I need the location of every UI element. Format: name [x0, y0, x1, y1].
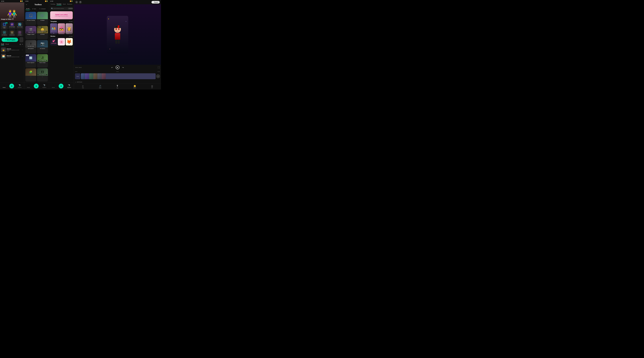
- track-frame-3: [94, 73, 98, 79]
- tool-thumb-tts: 🔤 ABC: [25, 54, 36, 61]
- tool-card-more-a[interactable]: 🧩 ···: [25, 68, 36, 82]
- draft-info-0214: 0214-01 Updated on 2025-02-14 14:57 01:2…: [7, 48, 21, 51]
- add-icon-1: ＋: [10, 84, 13, 88]
- nav-explore-3[interactable]: 🔭 Explore: [67, 84, 71, 88]
- nav-home-label-1: Home: [3, 87, 6, 88]
- nav-home-2[interactable]: ⌂ Home: [27, 84, 30, 88]
- new-project-button[interactable]: ＋ New Project: [2, 38, 18, 42]
- explore-icon-3: 🔭: [68, 84, 70, 87]
- template-label-0: ell: [50, 33, 57, 34]
- tool-card-ai-emoji[interactable]: 😄 YEAH! HAVE A WONDERFUL HOLIDAY!! 🎉 AI …: [37, 26, 48, 39]
- tool-card-ai-camera[interactable]: 📷 AI Camera: [37, 40, 48, 53]
- template-card-1[interactable]: 💑 Pink Romance: [58, 23, 65, 34]
- sticker-card-fox[interactable]: 🦊: [66, 38, 73, 45]
- undo-button[interactable]: ↩: [111, 66, 113, 69]
- track-cover[interactable]: Cover: [75, 73, 80, 79]
- draft-item-0213[interactable]: 🌅 0213-03 Updated on 2025-02-13 14:50 ··…: [0, 53, 24, 59]
- search-icon: 🔍: [51, 8, 53, 9]
- template-card-2[interactable]: 👸 Goddess Is Here: [66, 23, 73, 34]
- tool-card-t2v[interactable]: 🏖 A nice holiday vlog Text to Video: [37, 54, 48, 67]
- draft-thumb-0213: 🌅: [1, 54, 6, 58]
- fullscreen-button[interactable]: ⛶: [158, 66, 160, 68]
- tool-card-ai-voice-cloning[interactable]: 🎧 AI Voice Cloning: [25, 12, 36, 25]
- add-button-3[interactable]: ＋: [59, 84, 64, 88]
- tool-card-tts[interactable]: 🔤 ABC Text-to-Speech: [25, 54, 36, 67]
- tool-audio[interactable]: 🎵 Audio: [99, 85, 102, 88]
- tool-image-to-video[interactable]: New 🖼 Image to Video: [1, 22, 8, 29]
- text-icon: T: [117, 85, 118, 87]
- export-button[interactable]: ↑ Export: [152, 1, 160, 3]
- status-bar-3: 10:35 📶🔋: [49, 0, 74, 2]
- sticker-more-link[interactable]: More ▶: [69, 36, 72, 37]
- search-input[interactable]: [54, 8, 68, 9]
- tool-thumb-edit-speech: 🎙 Once upon a time|: [25, 40, 36, 47]
- tool-card-edit-speech[interactable]: 🎙 Once upon a time| Edit Speech: [25, 40, 36, 53]
- tab-draft[interactable]: Draft: [1, 43, 4, 45]
- draft-item-0214[interactable]: 👧 0214-01 Updated on 2025-02-14 14:57 01…: [0, 47, 24, 53]
- tool-name-tts: Text-to-Speech: [25, 61, 36, 64]
- hero-banner[interactable]: Image to Video ⓘ: [0, 2, 24, 21]
- sticker-card-heart[interactable]: 🌸: [58, 38, 65, 45]
- redo-button[interactable]: ↪: [122, 66, 124, 69]
- tool-label-ai-reel: AI Reel Maker: [9, 26, 15, 27]
- tool-trim[interactable]: ✂ Trim: [82, 85, 84, 88]
- tab-resource[interactable]: Resource: [67, 3, 72, 5]
- grid-view-icon[interactable]: ⊞: [20, 43, 21, 45]
- filter-tab-all[interactable]: ⊞ All: [25, 7, 30, 10]
- tool-card-img2vid2[interactable]: 🎞 CHOOSE PRESETS TO... ···: [37, 68, 48, 82]
- draft-more-icon-0213[interactable]: ···: [22, 55, 23, 57]
- tool-ai-beats[interactable]: 🎵 AI Beats: [16, 30, 23, 36]
- preview-video-frame: [107, 16, 128, 53]
- tab-stock[interactable]: Stock: [63, 3, 66, 5]
- tool-sticker[interactable]: 😊 Sticker: [133, 85, 136, 88]
- panel-editor: × ? ↑ Export: [74, 0, 161, 89]
- nav-explore-label-2: Explore: [42, 87, 46, 88]
- bottom-nav-2: ⌂ Home ＋ 🔭 Explore: [24, 82, 49, 89]
- tool-name-ai-emoji: AI Emoji: [37, 33, 48, 35]
- music-row[interactable]: ♪ Add Music: [74, 80, 161, 84]
- template-card-0[interactable]: 🧑‍🤝‍🧑 ell: [50, 23, 57, 34]
- add-button-1[interactable]: ＋: [9, 84, 14, 88]
- close-button[interactable]: ×: [75, 1, 78, 3]
- nav-home-3[interactable]: ⌂ Home: [52, 84, 55, 88]
- edit-icon[interactable]: ✎: [22, 43, 23, 45]
- draft-more-icon-0214[interactable]: ···: [22, 49, 23, 51]
- tool-card-ai-beats[interactable]: 🎼 AI Beats: [37, 12, 48, 25]
- tab-cloud[interactable]: Cloud: [5, 43, 9, 45]
- draft-name-0214: 0214-01: [7, 48, 21, 50]
- add-track-button[interactable]: ＋: [156, 74, 160, 78]
- back-button[interactable]: ←: [26, 3, 28, 6]
- status-bar-1: 10:34 📶🔋: [0, 0, 24, 2]
- sticker-card-love-you[interactable]: 💕 Love you: [50, 38, 57, 45]
- tab-trending[interactable]: Trending: [50, 3, 55, 5]
- tool-ai-captions[interactable]: CC AI Captions: [1, 30, 8, 36]
- more-button[interactable]: ···: [20, 37, 23, 42]
- music-note-icon: ♪: [75, 81, 76, 83]
- doll-head: [114, 25, 121, 33]
- tab-template[interactable]: Template: [56, 3, 62, 5]
- filter-tab-ai[interactable]: ✦ AI-Based: [38, 7, 46, 10]
- featured-banner[interactable]: Digital Love Letters Create Magical Mome…: [50, 11, 73, 19]
- tool-pip[interactable]: ⊡ PIP: [151, 85, 153, 88]
- add-button-2[interactable]: ＋: [34, 84, 39, 88]
- help-button[interactable]: ?: [79, 1, 82, 3]
- tool-name-ai-voice-cloning: AI Voice Cloning: [25, 19, 36, 21]
- tool-text[interactable]: T Text: [116, 85, 118, 88]
- trim-icon: ✂: [82, 85, 84, 87]
- tool-ai-remover[interactable]: ✂️ AI Remover: [8, 30, 16, 36]
- tool-card-img2vid[interactable]: 🎬 Image to Video Image to Video: [25, 26, 36, 39]
- template-more-link[interactable]: More ▶: [69, 21, 72, 22]
- draft-name-0213: 0213-03: [7, 55, 21, 56]
- nav-explore-2[interactable]: 🔭 Explore: [42, 84, 46, 88]
- play-button[interactable]: ▶: [116, 65, 120, 69]
- nav-explore-1[interactable]: 🔭 Explore: [18, 84, 22, 88]
- featured-subtitle: Create Magical Moments with AI: [55, 16, 68, 17]
- search-button[interactable]: Search: [68, 8, 73, 9]
- nav-home-1[interactable]: ⌂ Home: [3, 84, 6, 88]
- nav-explore-label-3: Explore: [67, 87, 71, 88]
- filter-tab-new[interactable]: ★ New: [31, 7, 37, 10]
- tool-text-to-video[interactable]: ✏️ Text to Video: [16, 22, 23, 29]
- track-frame-1: [85, 73, 89, 79]
- track-clips[interactable]: [81, 73, 156, 79]
- tool-ai-reel-maker[interactable]: ⚡ AI Reel Maker: [8, 22, 16, 29]
